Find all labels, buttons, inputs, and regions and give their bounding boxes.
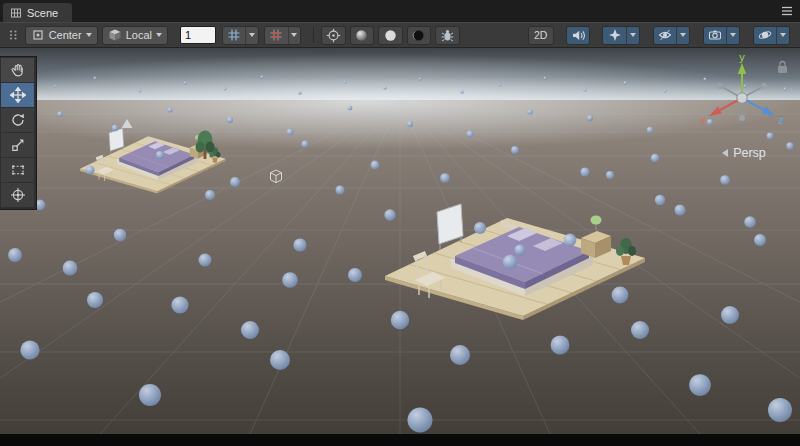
physics-sphere xyxy=(54,85,57,88)
rect-tool-button[interactable] xyxy=(1,158,34,183)
axis-x-label: x xyxy=(700,114,706,126)
chevron-down-icon xyxy=(86,33,92,37)
physics-sphere xyxy=(156,151,164,159)
physics-sphere xyxy=(227,117,233,123)
2d-mode-toggle[interactable]: 2D xyxy=(528,26,554,45)
light-mode-toggle[interactable] xyxy=(378,26,402,45)
debug-bug-toggle[interactable] xyxy=(435,26,459,45)
physics-sphere xyxy=(261,76,264,79)
effects-button xyxy=(602,26,639,45)
physics-sphere xyxy=(85,165,94,174)
chevron-down-icon xyxy=(249,33,255,37)
axis-neg-x-handle[interactable] xyxy=(761,83,767,89)
physics-sphere xyxy=(689,374,711,396)
gizmos-target-toggle[interactable] xyxy=(321,26,345,45)
axis-center-ball[interactable] xyxy=(737,93,747,103)
axis-y-cone[interactable] xyxy=(738,63,746,74)
rotate-tool-button[interactable] xyxy=(1,108,34,133)
grid-snap-toggle[interactable] xyxy=(223,27,245,44)
dark-mode-icon xyxy=(411,28,426,43)
move-tool-button[interactable] xyxy=(1,83,34,108)
physics-sphere xyxy=(754,234,766,246)
physics-sphere xyxy=(301,140,308,147)
physics-sphere xyxy=(139,90,142,93)
scene-viewport[interactable]: y x z Persp xyxy=(0,48,800,434)
scene-visibility-dropdown[interactable] xyxy=(676,27,689,44)
increment-snap-toggle[interactable] xyxy=(265,27,287,44)
physics-sphere xyxy=(230,177,240,187)
camera-settings-toggle[interactable] xyxy=(704,27,726,44)
physics-sphere xyxy=(584,89,587,92)
increment-snap-dropdown[interactable] xyxy=(288,27,301,44)
tool-grip-icon[interactable] xyxy=(5,27,21,43)
gizmos-target-icon xyxy=(326,28,341,43)
physics-sphere xyxy=(199,254,212,267)
projection-toggle[interactable]: Persp xyxy=(700,146,788,160)
projection-label: Persp xyxy=(733,146,766,160)
chevron-down-icon xyxy=(730,33,736,37)
physics-sphere xyxy=(587,115,593,121)
physics-sphere xyxy=(87,292,103,308)
axis-x-cone[interactable] xyxy=(709,107,722,117)
physics-sphere xyxy=(348,106,353,111)
scale-tool-button[interactable] xyxy=(1,133,34,158)
grid-icon xyxy=(10,7,22,19)
dark-mode-toggle[interactable] xyxy=(407,26,431,45)
rotate-icon xyxy=(10,112,26,128)
physics-sphere xyxy=(407,121,413,127)
physics-sphere xyxy=(93,76,96,79)
grid-size-input[interactable] xyxy=(180,26,216,44)
effects-toggle[interactable] xyxy=(603,27,625,44)
pivot-dropdown[interactable]: Center xyxy=(25,26,98,45)
scene-render xyxy=(0,48,800,434)
physics-sphere xyxy=(768,398,792,422)
grid-snap-icon xyxy=(227,28,241,42)
physics-sphere xyxy=(8,248,22,262)
physics-sphere xyxy=(391,311,409,329)
chevron-down-icon xyxy=(680,33,686,37)
hand-tool-button[interactable] xyxy=(1,58,34,83)
physics-sphere xyxy=(419,78,422,81)
chevron-left-icon xyxy=(722,149,728,157)
gizmos-dropdown[interactable] xyxy=(776,27,789,44)
physics-sphere xyxy=(564,234,577,247)
scene-visibility-toggle[interactable] xyxy=(654,27,676,44)
scene-toolbar: Center Local xyxy=(0,22,800,48)
physics-sphere xyxy=(114,229,126,241)
axis-neg-z-handle[interactable] xyxy=(717,83,723,89)
axis-neg-y-handle[interactable] xyxy=(739,115,745,121)
gizmos-button xyxy=(753,26,790,45)
physics-sphere xyxy=(543,76,546,79)
tool-column xyxy=(0,56,37,210)
transform-tool-button[interactable] xyxy=(1,183,34,208)
tab-bar: Scene xyxy=(0,0,800,22)
physics-sphere xyxy=(224,88,227,91)
physics-sphere xyxy=(171,296,188,313)
grid-snap-dropdown[interactable] xyxy=(245,27,258,44)
physics-sphere xyxy=(655,195,665,205)
physics-sphere xyxy=(720,175,730,185)
lock-icon[interactable] xyxy=(778,62,787,74)
gizmo-globe-icon xyxy=(758,28,772,42)
physics-sphere xyxy=(503,255,517,269)
physics-sphere xyxy=(606,171,614,179)
physics-sphere xyxy=(631,321,649,339)
physics-sphere xyxy=(371,161,380,170)
physics-sphere xyxy=(612,287,629,304)
gizmos-toggle[interactable] xyxy=(754,27,776,44)
effects-dropdown[interactable] xyxy=(626,27,639,44)
hamburger-menu-icon[interactable] xyxy=(779,4,795,18)
physics-sphere xyxy=(293,238,306,251)
grip-dots-icon xyxy=(7,28,19,42)
shaded-sphere-toggle[interactable] xyxy=(350,26,374,45)
hand-icon xyxy=(10,62,26,78)
audio-toggle[interactable] xyxy=(566,26,590,45)
physics-sphere xyxy=(647,127,653,133)
tab-scene[interactable]: Scene xyxy=(3,3,72,22)
physics-sphere xyxy=(344,81,347,84)
axis-z-cone[interactable] xyxy=(762,107,775,117)
handle-orientation-dropdown[interactable]: Local xyxy=(102,26,168,45)
physics-sphere xyxy=(499,84,502,87)
camera-settings-dropdown[interactable] xyxy=(726,27,739,44)
orientation-gizmo[interactable]: y x z xyxy=(694,52,790,152)
